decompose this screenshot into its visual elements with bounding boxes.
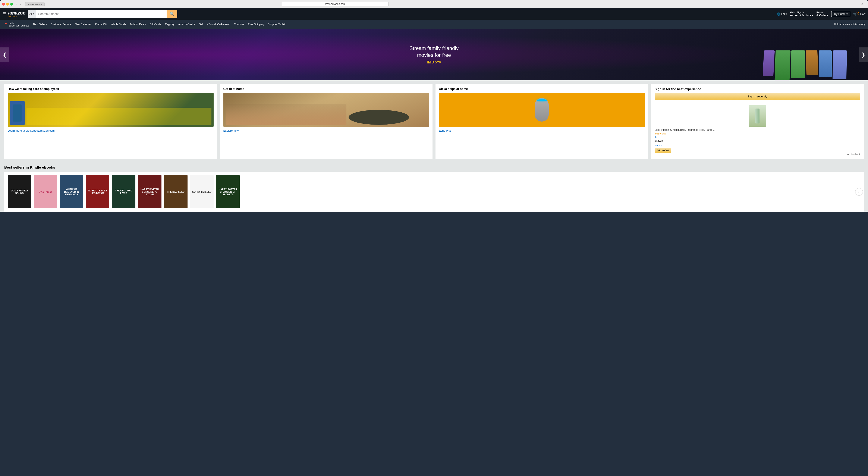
employees-card-link[interactable]: Learn more at blog.aboutamazon.com: [8, 129, 55, 132]
employees-card-image: [8, 93, 214, 127]
imdb-tv-text: TV: [437, 61, 441, 64]
char-3: [791, 51, 805, 78]
globe-icon: 🌐: [777, 12, 780, 16]
book-item-9[interactable]: HARRY POTTER CHAMBER OF SECRETS: [216, 175, 240, 208]
browser-tabs: Amazon.com: [25, 2, 44, 6]
alexa-card: Alexa helps at home Echo Plus: [435, 84, 648, 159]
book-item-5[interactable]: THE GIRL WHO LIVED: [112, 175, 135, 208]
hero-prev-button[interactable]: ❮: [0, 48, 9, 62]
fitness-card-link[interactable]: Explore now: [223, 129, 239, 132]
book-item-1[interactable]: DON'T MAKE A SOUND: [8, 175, 31, 208]
nav-free-shipping[interactable]: Free Shipping: [246, 22, 266, 27]
location-greeting: Hello: [8, 22, 29, 24]
book-item-6[interactable]: HARRY POTTER SORCERER'S STONE: [138, 175, 161, 208]
location-pin-icon: 📍: [4, 23, 8, 26]
product-review-count[interactable]: 80: [655, 136, 657, 138]
product-name: Belei Vitamin C Moisturizer, Fragrance F…: [655, 128, 861, 131]
book-item-7[interactable]: THE BAD SEED: [164, 175, 188, 208]
nav-back-button[interactable]: ‹: [15, 2, 18, 6]
amazon-logo[interactable]: amazon Try Prime: [8, 11, 26, 17]
nav-shopper-toolkit[interactable]: Shopper Toolkit: [266, 22, 287, 27]
books-section: Best sellers in Kindle eBooks DON'T MAKE…: [0, 162, 868, 212]
account-menu[interactable]: Hello, Sign in Account & Lists ▾: [790, 11, 813, 17]
nav-find-gift[interactable]: Find a Gift: [94, 22, 109, 27]
nav-new-releases[interactable]: New Releases: [73, 22, 93, 27]
lang-chevron-icon: ▾: [785, 12, 787, 16]
nav-sell[interactable]: Sell: [197, 22, 205, 27]
nav-forward-button[interactable]: ›: [19, 2, 22, 6]
logo-sub-text: Try Prime: [8, 15, 17, 17]
books-row: DON'T MAKE A SOUND By a Thread WHEN WE B…: [4, 172, 864, 212]
close-button[interactable]: [2, 3, 5, 5]
book-item-3[interactable]: WHEN WE BELIEVED IN MERMAIDS: [60, 175, 83, 208]
share-button[interactable]: ⎋: [861, 2, 863, 6]
minimize-button[interactable]: [6, 3, 9, 5]
hero-brand: IMDbTV: [409, 60, 459, 64]
hero-next-button[interactable]: ❯: [859, 48, 868, 62]
echo-device-shape: [535, 98, 549, 122]
cart-button[interactable]: 🛒 0 Cart: [853, 12, 865, 16]
cards-section: How we're taking care of employees Learn…: [0, 80, 868, 162]
cart-icon: 🛒: [853, 12, 857, 16]
browser-nav: ‹ ›: [15, 2, 22, 6]
try-prime-button[interactable]: Try Prime ▾: [831, 11, 850, 17]
product-bottle-shape: [755, 109, 760, 123]
nav-gift-cards[interactable]: Gift Cards: [148, 22, 163, 27]
hero-title: Stream family friendly movies for free: [409, 45, 459, 58]
returns-menu[interactable]: Returns & Orders: [816, 11, 828, 17]
book-cover-7: THE BAD SEED: [164, 175, 188, 208]
navbar-promo[interactable]: Upload a new sci-fi comedy: [834, 23, 865, 26]
add-tab-button[interactable]: +: [864, 2, 866, 6]
book-cover-2: By a Thread: [34, 175, 57, 208]
char-6: [833, 51, 847, 79]
hero-banner: ❮ Stream family friendly movies for free…: [0, 29, 868, 80]
fitness-card-title: Get fit at home: [223, 87, 429, 91]
nav-amazon-basics[interactable]: AmazonBasics: [177, 22, 197, 27]
books-next-button[interactable]: ›: [855, 188, 863, 196]
book-cover-6: HARRY POTTER SORCERER'S STONE: [138, 175, 161, 208]
language-selector[interactable]: 🌐 EN ▾: [777, 12, 787, 16]
navigation-bar: 📍 Hello Select your address Best Sellers…: [0, 20, 868, 29]
echo-card-link[interactable]: Echo Plus: [439, 129, 452, 132]
maximize-button[interactable]: [10, 3, 13, 5]
nav-coupons[interactable]: Coupons: [232, 22, 246, 27]
book-cover-5: THE GIRL WHO LIVED: [112, 175, 135, 208]
add-to-cart-button[interactable]: Add to Cart: [655, 148, 671, 153]
nav-todays-deals[interactable]: Today's Deals: [128, 22, 147, 27]
book-cover-4: ROBERT BAILEY LEGACY OF: [86, 175, 110, 208]
imdb-text: IMDb: [427, 60, 437, 64]
hamburger-menu-icon[interactable]: ☰: [3, 11, 6, 16]
fitness-card-image: [223, 93, 429, 127]
hero-characters: [763, 51, 847, 80]
nav-found-it[interactable]: #FoundItOnAmazon: [206, 22, 232, 27]
browser-actions: ⎋ +: [861, 2, 866, 6]
search-bar: All ▾ 🔍: [28, 10, 177, 18]
browser-titlebar: ‹ › Amazon.com www.amazon.com ⎋ +: [2, 2, 866, 8]
alexa-card-title: Alexa helps at home: [439, 87, 645, 91]
location-text: Hello Select your address: [8, 22, 29, 27]
echo-ring: [536, 99, 547, 101]
char-2: [775, 51, 791, 80]
product-price: $14.22: [655, 139, 861, 143]
cart-label: Cart: [860, 12, 865, 16]
nav-registry[interactable]: Registry: [163, 22, 176, 27]
sign-in-securely-button[interactable]: Sign in securely: [655, 93, 861, 100]
search-icon: 🔍: [169, 12, 174, 16]
location-selector[interactable]: 📍 Hello Select your address: [3, 21, 31, 28]
book-item-4[interactable]: ROBERT BAILEY LEGACY OF: [86, 175, 110, 208]
search-category-selector[interactable]: All ▾: [28, 10, 36, 18]
address-bar[interactable]: www.amazon.com: [282, 2, 389, 6]
active-tab[interactable]: Amazon.com: [25, 2, 44, 6]
char-1: [763, 51, 775, 76]
book-item-2[interactable]: By a Thread: [34, 175, 57, 208]
lang-label: EN: [781, 12, 785, 16]
book-item-8[interactable]: SORRY I MISSED: [190, 175, 214, 208]
signin-card: Sign in for the best experience Sign in …: [651, 84, 864, 159]
nav-whole-foods[interactable]: Whole Foods: [109, 22, 128, 27]
search-submit-button[interactable]: 🔍: [166, 10, 177, 18]
search-input[interactable]: [36, 10, 166, 18]
ad-feedback-link[interactable]: Ad feedback: [655, 153, 861, 155]
traffic-lights: [2, 3, 13, 5]
nav-customer-service[interactable]: Customer Service: [49, 22, 73, 27]
nav-best-sellers[interactable]: Best Sellers: [31, 22, 49, 27]
